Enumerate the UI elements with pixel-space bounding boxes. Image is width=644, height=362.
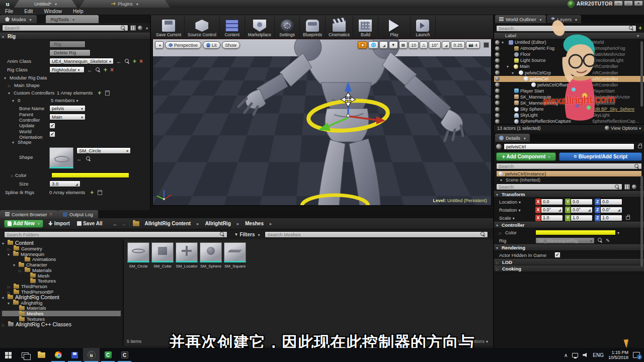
add-icon[interactable] — [104, 66, 107, 73]
color-swatch[interactable] — [51, 172, 129, 178]
add-element-icon[interactable] — [98, 89, 101, 97]
details-scrollbar[interactable] — [640, 176, 643, 266]
collapse-icon[interactable] — [496, 266, 502, 272]
size-field[interactable]: 3.0 — [49, 180, 80, 187]
details-search-input[interactable] — [496, 184, 622, 190]
tab-untitled[interactable]: Untitled* — [14, 0, 77, 8]
asset-sm-cube[interactable]: SM_Cube — [151, 242, 174, 268]
scale-snap-value[interactable]: 0.25 — [451, 41, 465, 49]
shape-thumbnail[interactable] — [49, 147, 73, 168]
collapse-icon[interactable] — [8, 246, 14, 251]
rig-dropdown[interactable]: SK_MannequinRig — [535, 237, 595, 244]
search-assets-input[interactable] — [265, 231, 488, 238]
show-button[interactable]: Show — [222, 41, 240, 49]
tree-item[interactable]: Materials — [2, 267, 123, 273]
rotation-x-field[interactable]: 0.0° — [541, 207, 563, 213]
expand-icon[interactable] — [8, 90, 14, 96]
component-search-field[interactable] — [499, 163, 634, 169]
content-button[interactable]: Content — [220, 16, 245, 37]
asset-grid[interactable]: SM_Circle SM_Cube SM_Locator SM_Sphere S… — [124, 239, 493, 346]
tray-chevron-icon[interactable]: ∧ — [564, 352, 568, 358]
browse-icon[interactable] — [598, 238, 603, 243]
expand-icon[interactable] — [8, 251, 13, 257]
delete-rig-button[interactable]: Delete Rig — [49, 49, 91, 56]
bone-name-dropdown[interactable]: pelvis — [49, 105, 86, 112]
use-selected-icon[interactable] — [76, 156, 82, 162]
speaker-icon[interactable] — [583, 353, 588, 357]
location-x-field[interactable]: 0.0 — [541, 199, 563, 205]
tree-item[interactable]: Geometry — [2, 246, 123, 251]
maximize-viewport-icon[interactable] — [484, 42, 489, 48]
forward-icon[interactable] — [121, 221, 126, 227]
add-actor-icon[interactable] — [638, 25, 642, 32]
chrome-button[interactable] — [50, 348, 66, 362]
breadcrumb-leaf[interactable]: Meshes — [245, 221, 264, 226]
notification-icon[interactable]: 2 — [633, 352, 640, 358]
columns-icon[interactable] — [130, 25, 136, 31]
rig-search-input[interactable] — [2, 25, 128, 31]
expand-icon[interactable] — [4, 75, 10, 80]
expand-icon[interactable] — [13, 262, 19, 267]
columns-icon[interactable] — [624, 184, 630, 190]
scale-label[interactable]: Scale — [499, 215, 535, 221]
save-all-button[interactable]: Save All — [75, 221, 105, 226]
source-control-button[interactable]: Source Control — [185, 16, 220, 37]
search-folders-field[interactable] — [7, 232, 220, 237]
trash-icon[interactable] — [98, 190, 102, 195]
file-explorer-button[interactable] — [33, 348, 50, 362]
browse-icon[interactable] — [86, 156, 91, 161]
world-local-toggle[interactable]: 🌐 — [368, 41, 378, 49]
tree-item[interactable]: Mannequin — [2, 251, 123, 257]
minimize-button[interactable]: – — [614, 1, 623, 6]
play-button[interactable]: Play — [378, 16, 411, 37]
visibility-eye-icon[interactable] — [495, 119, 500, 124]
tab-rigtools[interactable]: RigTools — [46, 15, 99, 23]
breadcrumb-mid[interactable]: AllrightRig — [205, 221, 231, 226]
trash-icon[interactable] — [105, 90, 110, 96]
view-options-button[interactable]: View Options — [605, 126, 641, 131]
viewport-options-button[interactable] — [155, 41, 164, 49]
rotation-snap-value[interactable]: 10° — [429, 41, 441, 49]
add-new-button[interactable]: Add New — [4, 220, 43, 228]
collapse-icon[interactable] — [19, 267, 25, 273]
clear-icon[interactable] — [139, 58, 143, 65]
camtasia-button[interactable]: C — [100, 348, 116, 362]
scale-z-field[interactable]: 1.0 — [600, 215, 622, 221]
add-element-icon[interactable] — [90, 189, 94, 196]
world-orientation-checkbox[interactable] — [49, 131, 55, 137]
anim-class-dropdown[interactable]: UE4_Mannequin_Skeleton — [49, 58, 114, 64]
tree-item[interactable]: Materials — [2, 306, 123, 311]
actor-name-field[interactable] — [504, 143, 634, 150]
surface-snap-button[interactable]: ▼ — [389, 41, 398, 49]
tree-item[interactable]: AllrightRig — [2, 300, 123, 306]
asset-sm-square[interactable]: SM_Square — [223, 242, 247, 268]
filters-button[interactable]: ▼Filters — [234, 232, 260, 237]
visibility-eye-icon[interactable] — [495, 82, 500, 87]
tree-item[interactable]: Animations — [2, 256, 123, 262]
tree-item[interactable]: Textures — [2, 316, 123, 322]
menu-help[interactable]: Help — [73, 9, 84, 14]
actor-name-input[interactable] — [506, 144, 632, 149]
grid-snap-button[interactable]: ▦ — [399, 41, 408, 49]
use-selected-icon[interactable] — [116, 58, 122, 64]
collapse-icon[interactable] — [499, 230, 505, 235]
import-button[interactable]: Import — [46, 221, 72, 226]
unreal-taskbar-button[interactable]: u — [83, 348, 100, 362]
tree-item[interactable]: ThirdPersonBP — [2, 289, 123, 295]
expand-icon[interactable] — [2, 240, 8, 246]
expand-icon[interactable] — [512, 70, 517, 75]
expand-icon[interactable] — [496, 192, 502, 197]
rig-search-field[interactable] — [5, 25, 121, 31]
build-button[interactable]: Build — [353, 16, 378, 37]
scene-inherited-row[interactable]: Scene (Inherited) — [496, 177, 642, 183]
visibility-eye-icon[interactable] — [495, 70, 500, 75]
c-app-button[interactable]: C — [116, 348, 133, 362]
visibility-eye-icon[interactable] — [495, 113, 500, 118]
search-folders-input[interactable] — [4, 231, 227, 238]
tab-plugins[interactable]: Plugins — [79, 0, 170, 8]
settings-button[interactable]: Settings — [275, 16, 300, 37]
search-assets-field[interactable] — [267, 232, 480, 237]
expand-icon[interactable] — [517, 76, 522, 81]
visibility-eye-icon[interactable] — [495, 107, 500, 112]
rig-class-dropdown[interactable]: RigModular — [49, 66, 85, 73]
